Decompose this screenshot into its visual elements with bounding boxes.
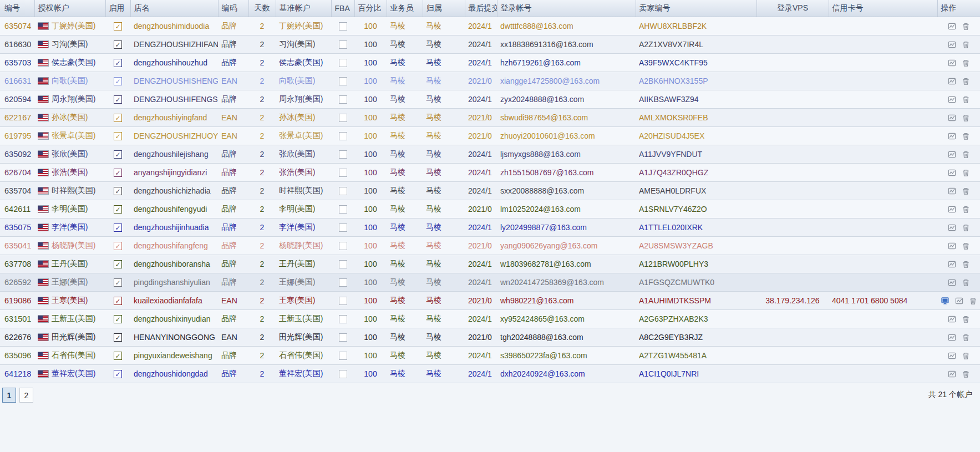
delete-icon[interactable]	[962, 59, 970, 67]
delete-icon[interactable]	[962, 187, 970, 195]
col-header-enabled[interactable]: 启用	[105, 0, 130, 17]
table-row[interactable]: 626592王娜(美国)pingdingshanshiyulian品牌2王娜(美…	[0, 273, 980, 292]
delete-icon[interactable]	[962, 260, 970, 268]
edit-icon[interactable]	[948, 132, 956, 140]
col-header-store[interactable]: 店名	[130, 0, 218, 17]
edit-icon[interactable]	[948, 22, 956, 31]
edit-icon[interactable]	[948, 169, 956, 177]
col-header-salesman[interactable]: 业务员	[387, 0, 423, 17]
table-row[interactable]: 635074丁婉婷(美国)dengzhoushimiduodia品牌2丁婉婷(美…	[0, 17, 980, 35]
table-row[interactable]: 626704张浩(美国)anyangshijingyidianzi品牌2张浩(美…	[0, 164, 980, 182]
edit-icon[interactable]	[948, 40, 956, 49]
edit-icon[interactable]	[948, 333, 956, 342]
table-row[interactable]: 635096石省伟(美国)pingyuxiandeweishang品牌2石省伟(…	[0, 347, 980, 365]
delete-icon[interactable]	[962, 77, 970, 85]
table-row[interactable]: 635075李洋(美国)dengzhoushijinhuadia品牌2李洋(美国…	[0, 219, 980, 237]
fba-checkbox[interactable]	[339, 333, 347, 342]
col-header-percent[interactable]: 百分比	[354, 0, 387, 17]
page-button-2[interactable]: 2	[19, 388, 33, 403]
edit-icon[interactable]	[948, 205, 956, 214]
enabled-checkbox[interactable]	[114, 22, 122, 31]
table-row[interactable]: 635703侯志豪(美国)dengzhoushihouzhud品牌2侯志豪(美国…	[0, 54, 980, 72]
delete-icon[interactable]	[962, 315, 970, 323]
fba-checkbox[interactable]	[339, 315, 347, 323]
fba-checkbox[interactable]	[339, 22, 347, 31]
enabled-checkbox[interactable]	[114, 297, 122, 305]
enabled-checkbox[interactable]	[114, 150, 122, 159]
edit-icon[interactable]	[948, 77, 956, 85]
delete-icon[interactable]	[962, 205, 970, 214]
enabled-checkbox[interactable]	[114, 370, 122, 378]
table-row[interactable]: 642611李明(美国)dengzhoushifengyudi品牌2李明(美国)…	[0, 200, 980, 219]
delete-icon[interactable]	[962, 333, 970, 342]
delete-icon[interactable]	[962, 40, 970, 49]
table-row[interactable]: 622167孙冰(美国)dengzhoushiyingfandEAN2孙冰(美国…	[0, 109, 980, 127]
edit-icon[interactable]	[948, 114, 956, 122]
edit-icon[interactable]	[948, 187, 956, 195]
edit-icon[interactable]	[948, 95, 956, 104]
page-button-1[interactable]: 1	[2, 388, 16, 403]
table-row[interactable]: 620594周永翔(美国)DENGZHOUSHIFENGS品牌2周永翔(美国)1…	[0, 90, 980, 109]
enabled-checkbox[interactable]	[114, 260, 122, 268]
edit-icon[interactable]	[948, 352, 956, 360]
enabled-checkbox[interactable]	[114, 278, 122, 287]
enabled-checkbox[interactable]	[114, 95, 122, 104]
table-row[interactable]: 619086王寒(美国)kuailexiaodianfafafaEAN2王寒(美…	[0, 292, 980, 310]
table-row[interactable]: 631501王新玉(美国)dengzhoushixinyudian品牌2王新玉(…	[0, 310, 980, 328]
delete-icon[interactable]	[962, 370, 970, 378]
fba-checkbox[interactable]	[339, 278, 347, 287]
enabled-checkbox[interactable]	[114, 315, 122, 323]
enabled-checkbox[interactable]	[114, 169, 122, 177]
fba-checkbox[interactable]	[339, 187, 347, 195]
fba-checkbox[interactable]	[339, 114, 347, 122]
fba-checkbox[interactable]	[339, 370, 347, 378]
col-header-code[interactable]: 编码	[218, 0, 248, 17]
enabled-checkbox[interactable]	[114, 132, 122, 140]
delete-icon[interactable]	[962, 278, 970, 287]
col-header-account[interactable]: 授权帐户	[34, 0, 105, 17]
col-header-base-account[interactable]: 基准帐户	[276, 0, 331, 17]
fba-checkbox[interactable]	[339, 242, 347, 250]
delete-icon[interactable]	[969, 297, 977, 305]
fba-checkbox[interactable]	[339, 150, 347, 159]
edit-icon[interactable]	[948, 315, 956, 323]
edit-icon[interactable]	[948, 242, 956, 250]
col-header-seller-id[interactable]: 卖家编号	[636, 0, 756, 17]
fba-checkbox[interactable]	[339, 352, 347, 360]
delete-icon[interactable]	[962, 169, 970, 177]
fba-checkbox[interactable]	[339, 95, 347, 104]
delete-icon[interactable]	[962, 242, 970, 250]
edit-icon[interactable]	[948, 260, 956, 268]
edit-icon[interactable]	[948, 370, 956, 378]
table-row[interactable]: 635092张欣(美国)dengzhoushilejishang品牌2张欣(美国…	[0, 145, 980, 164]
table-row[interactable]: 637708王丹(美国)dengzhoushiboransha品牌2王丹(美国)…	[0, 255, 980, 273]
fba-checkbox[interactable]	[339, 224, 347, 232]
table-row[interactable]: 616630习洵(美国)DENGZHOUSHIZHIFAN品牌2习洵(美国)10…	[0, 35, 980, 54]
delete-icon[interactable]	[962, 95, 970, 104]
delete-icon[interactable]	[962, 150, 970, 159]
delete-icon[interactable]	[962, 114, 970, 122]
edit-icon[interactable]	[955, 297, 963, 305]
delete-icon[interactable]	[962, 132, 970, 140]
enabled-checkbox[interactable]	[114, 114, 122, 122]
table-row[interactable]: 635041杨晓静(美国)dengzhoushifangfeng品牌2杨晓静(美…	[0, 237, 980, 255]
enabled-checkbox[interactable]	[114, 40, 122, 49]
col-header-owner[interactable]: 归属	[423, 0, 465, 17]
enabled-checkbox[interactable]	[114, 352, 122, 360]
col-header-credit-card[interactable]: 信用卡号	[829, 0, 937, 17]
table-row[interactable]: 619795张景卓(美国)DENGZHOUSHIZHUOYEAN2张景卓(美国)…	[0, 127, 980, 145]
fba-checkbox[interactable]	[339, 132, 347, 140]
table-row[interactable]: 635704时祥熙(美国)dengzhoushichizhadia品牌2时祥熙(…	[0, 182, 980, 200]
col-header-fba[interactable]: FBA	[331, 0, 354, 17]
edit-icon[interactable]	[948, 59, 956, 67]
edit-icon[interactable]	[948, 224, 956, 232]
table-row[interactable]: 616631向歌(美国)DENGZHOUSHISHENGEAN2向歌(美国)10…	[0, 72, 980, 90]
fba-checkbox[interactable]	[339, 59, 347, 67]
col-header-vps[interactable]: 登录VPS	[756, 0, 829, 17]
delete-icon[interactable]	[962, 352, 970, 360]
enabled-checkbox[interactable]	[114, 242, 122, 250]
fba-checkbox[interactable]	[339, 169, 347, 177]
delete-icon[interactable]	[962, 224, 970, 232]
fba-checkbox[interactable]	[339, 297, 347, 305]
enabled-checkbox[interactable]	[114, 205, 122, 214]
